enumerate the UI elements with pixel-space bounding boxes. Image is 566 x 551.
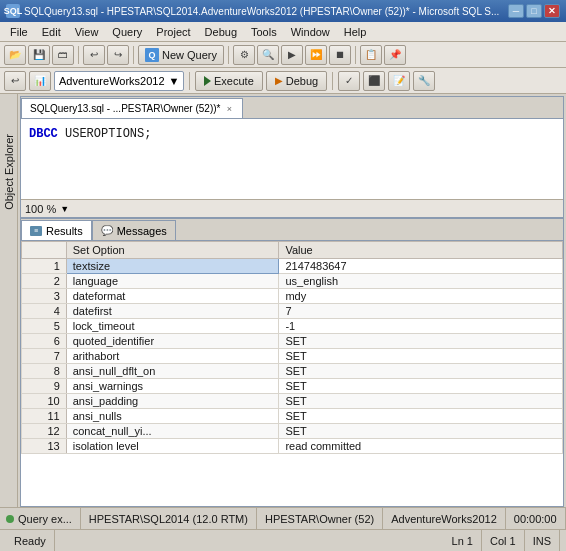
toolbar-btn-6[interactable]: ▶ [281, 45, 303, 65]
dropdown-arrow-icon: ▼ [169, 75, 180, 87]
minimize-button[interactable]: ─ [508, 4, 524, 18]
query-tab[interactable]: SQLQuery13.sql - ...PESTAR\Owner (52))* … [21, 98, 243, 118]
window-title: SQLQuery13.sql - HPESTAR\SQL2014.Adventu… [24, 6, 499, 17]
zoom-bar: 100 % ▼ [21, 199, 563, 217]
toolbar-save-btn[interactable]: 💾 [28, 45, 50, 65]
cell-set-option: isolation level [66, 439, 279, 454]
toolbar2-btn-4[interactable]: ⬛ [363, 71, 385, 91]
menu-view[interactable]: View [69, 24, 105, 40]
toolbar-btn-7[interactable]: ⏩ [305, 45, 327, 65]
results-table-container[interactable]: Set Option Value 1textsize21474836472lan… [21, 241, 563, 454]
table-row[interactable]: 13isolation levelread committed [22, 439, 563, 454]
toolbar2-btn-5[interactable]: 📝 [388, 71, 410, 91]
table-row[interactable]: 8ansi_null_dflt_onSET [22, 364, 563, 379]
menu-file[interactable]: File [4, 24, 34, 40]
cell-value: us_english [279, 274, 563, 289]
table-row[interactable]: 2languageus_english [22, 274, 563, 289]
menu-tools[interactable]: Tools [245, 24, 283, 40]
separator-3 [228, 46, 229, 64]
toolbar2-btn-6[interactable]: 🔧 [413, 71, 435, 91]
cell-set-option: dateformat [66, 289, 279, 304]
zoom-value: 100 % [25, 203, 56, 215]
cell-value: SET [279, 349, 563, 364]
menu-query[interactable]: Query [106, 24, 148, 40]
toolbar-btn-5[interactable]: 🔍 [257, 45, 279, 65]
bottom-right-group: Ln 1 Col 1 INS [444, 530, 560, 552]
toolbar-btn-10[interactable]: 📌 [384, 45, 406, 65]
table-row[interactable]: 4datefirst7 [22, 304, 563, 319]
cell-set-option: arithabort [66, 349, 279, 364]
cell-value: SET [279, 424, 563, 439]
object-explorer-sidebar: Object Explorer [0, 94, 18, 507]
cell-value: SET [279, 334, 563, 349]
separator-1 [78, 46, 79, 64]
table-row[interactable]: 3dateformatmdy [22, 289, 563, 304]
new-query-icon: Q [145, 48, 159, 62]
toolbar-btn-4[interactable]: ⚙ [233, 45, 255, 65]
menu-bar: File Edit View Query Project Debug Tools… [0, 22, 566, 42]
toolbar-open-btn[interactable]: 📂 [4, 45, 26, 65]
table-row[interactable]: 9ansi_warningsSET [22, 379, 563, 394]
menu-window[interactable]: Window [285, 24, 336, 40]
results-table: Set Option Value 1textsize21474836472lan… [21, 241, 563, 454]
status-user: HPESTAR\Owner (52) [257, 508, 383, 529]
table-row[interactable]: 5lock_timeout-1 [22, 319, 563, 334]
query-text: USEROPTIONS; [65, 127, 151, 141]
toolbar-btn-8[interactable]: ⏹ [329, 45, 351, 65]
results-tab-label: Results [46, 225, 83, 237]
row-number: 1 [22, 259, 67, 274]
debug-icon: ▶ [275, 75, 283, 86]
table-row[interactable]: 10ansi_paddingSET [22, 394, 563, 409]
messages-tab[interactable]: 💬 Messages [92, 220, 176, 240]
new-query-button[interactable]: Q New Query [138, 45, 224, 65]
toolbar-undo-btn[interactable]: ↩ [83, 45, 105, 65]
table-row[interactable]: 11ansi_nullsSET [22, 409, 563, 424]
toolbar-save-all-btn[interactable]: 🗃 [52, 45, 74, 65]
sidebar-label: Object Explorer [3, 134, 15, 210]
cell-set-option: quoted_identifier [66, 334, 279, 349]
execute-button[interactable]: Execute [195, 71, 263, 91]
cell-value: 7 [279, 304, 563, 319]
results-pane: ≡ Results 💬 Messages Set Option Value [21, 217, 563, 454]
cell-set-option: concat_null_yi... [66, 424, 279, 439]
table-row[interactable]: 6quoted_identifierSET [22, 334, 563, 349]
zoom-arrow-icon[interactable]: ▼ [60, 204, 69, 214]
table-row[interactable]: 12concat_null_yi...SET [22, 424, 563, 439]
status-query-text: Query ex... [18, 513, 72, 525]
execute-label: Execute [214, 75, 254, 87]
row-number: 4 [22, 304, 67, 319]
cell-set-option: ansi_null_dflt_on [66, 364, 279, 379]
results-tab[interactable]: ≡ Results [21, 220, 92, 240]
results-tabs: ≡ Results 💬 Messages [21, 219, 563, 241]
row-number: 7 [22, 349, 67, 364]
menu-edit[interactable]: Edit [36, 24, 67, 40]
menu-project[interactable]: Project [150, 24, 196, 40]
debug-button[interactable]: ▶ Debug [266, 71, 327, 91]
tab-close-button[interactable]: × [224, 104, 234, 114]
toolbar2-btn-1[interactable]: ↩ [4, 71, 26, 91]
messages-tab-icon: 💬 [101, 225, 113, 236]
toolbar-redo-btn[interactable]: ↪ [107, 45, 129, 65]
status-server: HPESTAR\SQL2014 (12.0 RTM) [81, 508, 257, 529]
table-row[interactable]: 7arithabortSET [22, 349, 563, 364]
app-icon: SQL [6, 4, 20, 18]
database-dropdown[interactable]: AdventureWorks2012 ▼ [54, 71, 184, 91]
cell-value: mdy [279, 289, 563, 304]
toolbar-1: 📂 💾 🗃 ↩ ↪ Q New Query ⚙ 🔍 ▶ ⏩ ⏹ 📋 📌 [0, 42, 566, 68]
status-query: Query ex... [6, 508, 81, 529]
toolbar-btn-9[interactable]: 📋 [360, 45, 382, 65]
close-button[interactable]: ✕ [544, 4, 560, 18]
row-number: 11 [22, 409, 67, 424]
menu-debug[interactable]: Debug [199, 24, 243, 40]
query-editor[interactable]: DBCC USEROPTIONS; [21, 119, 563, 199]
row-number: 9 [22, 379, 67, 394]
table-row[interactable]: 1textsize2147483647 [22, 259, 563, 274]
menu-help[interactable]: Help [338, 24, 373, 40]
toolbar2-btn-3[interactable]: ✓ [338, 71, 360, 91]
messages-tab-label: Messages [117, 225, 167, 237]
separator-5 [189, 72, 190, 90]
toolbar2-btn-2[interactable]: 📊 [29, 71, 51, 91]
maximize-button[interactable]: □ [526, 4, 542, 18]
cell-set-option: language [66, 274, 279, 289]
toolbar-2: ↩ 📊 AdventureWorks2012 ▼ Execute ▶ Debug… [0, 68, 566, 94]
